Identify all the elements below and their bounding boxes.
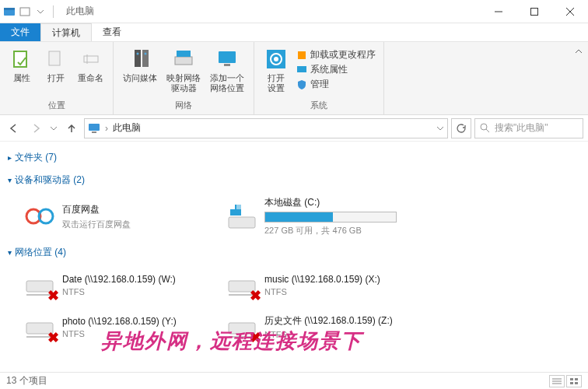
svg-rect-1: [4, 8, 15, 10]
svg-rect-11: [135, 50, 141, 67]
address-bar[interactable]: › 此电脑: [84, 118, 448, 138]
divider: [53, 5, 54, 18]
tile-name: 百度网盘: [62, 203, 131, 216]
system-list: 卸载或更改程序 系统属性 管理: [295, 45, 377, 98]
section-devices-body: 百度网盘 双击运行百度网盘 本地磁盘 (C:) 227 GB 可用，共 476 …: [8, 191, 580, 241]
svg-rect-17: [219, 51, 236, 63]
svg-rect-48: [575, 382, 578, 384]
rename-icon: [79, 47, 103, 72]
chevron-right-icon: ›: [105, 123, 108, 134]
tile-name: 历史文件 (\\192.168.0.159) (Z:): [264, 314, 393, 328]
svg-rect-8: [49, 51, 60, 65]
quick-access-icon[interactable]: [19, 5, 31, 18]
monitor-icon: [215, 47, 240, 72]
svg-point-21: [274, 57, 278, 61]
map-drive-icon: [171, 47, 196, 72]
ribbon-group-network: 访问媒体 映射网络 驱动器 添加一个 网络位置 网络: [114, 42, 254, 114]
section-network[interactable]: ▾ 网络位置 (4): [8, 241, 580, 264]
net-drive-icon: ✖: [23, 268, 56, 301]
ribbon: 属性 打开 重命名 位置 访问媒体 映射网络 驱动器: [0, 42, 588, 115]
svg-rect-45: [570, 378, 573, 380]
search-icon: [480, 123, 490, 133]
icons-view-button[interactable]: [566, 375, 582, 387]
breadcrumb-root[interactable]: 此电脑: [113, 121, 141, 135]
content-area: ▸ 文件夹 (7) ▾ 设备和驱动器 (2) 百度网盘 双击运行百度网盘 本地磁…: [0, 142, 588, 372]
group-label: 位置: [48, 98, 65, 111]
tile-sub: 双击运行百度网盘: [62, 219, 131, 230]
maximize-button[interactable]: [516, 0, 552, 23]
shield-icon: [296, 79, 307, 90]
status-bar: 13 个项目: [0, 372, 588, 389]
tab-view[interactable]: 查看: [92, 23, 132, 41]
net-drive-icon: ✖: [226, 268, 258, 301]
search-placeholder: 搜索"此电脑": [495, 121, 548, 135]
system-props-button[interactable]: 系统属性: [296, 63, 376, 76]
collapse-ribbon-button[interactable]: [574, 47, 583, 56]
tile-name: 本地磁盘 (C:): [264, 196, 397, 209]
access-media-button[interactable]: 访问媒体: [120, 45, 160, 98]
baidu-icon: [23, 200, 56, 233]
svg-rect-12: [142, 50, 149, 67]
dropdown-icon[interactable]: [34, 5, 47, 18]
svg-rect-9: [84, 56, 98, 62]
back-button[interactable]: [5, 119, 23, 138]
properties-button[interactable]: 属性: [6, 45, 37, 98]
cube-icon: [296, 50, 307, 61]
group-label: 网络: [175, 98, 192, 111]
network-drive-tile[interactable]: ✖ Date (\\192.168.0.159) (W:)NTFS: [20, 264, 207, 306]
ribbon-group-system: 打开 设置 卸载或更改程序 系统属性 管理 系统: [254, 42, 384, 114]
map-drive-button[interactable]: 映射网络 驱动器: [163, 45, 204, 98]
ribbon-tabs: 文件 计算机 查看: [0, 23, 588, 42]
tile-sub: NTFS: [62, 287, 176, 296]
app-icon: [3, 5, 16, 18]
forward-button[interactable]: [26, 119, 45, 138]
open-settings-button[interactable]: 打开 设置: [261, 45, 292, 98]
svg-rect-46: [575, 378, 578, 380]
tab-file[interactable]: 文件: [0, 23, 40, 41]
details-view-button[interactable]: [549, 375, 565, 387]
add-net-location-button[interactable]: 添加一个 网络位置: [207, 45, 247, 98]
close-button[interactable]: [552, 0, 588, 23]
chevron-down-icon: ▾: [8, 176, 12, 184]
svg-rect-2: [20, 8, 30, 16]
recent-dropdown[interactable]: [48, 119, 59, 138]
svg-point-26: [481, 124, 487, 130]
properties-icon: [9, 47, 34, 72]
uninstall-button[interactable]: 卸载或更改程序: [296, 48, 376, 61]
section-folders[interactable]: ▸ 文件夹 (7): [8, 146, 580, 169]
settings-icon: [264, 47, 289, 72]
tile-name: music (\\192.168.0.159) (X:): [264, 274, 380, 285]
open-button[interactable]: 打开: [40, 45, 72, 98]
address-dropdown[interactable]: [436, 124, 444, 132]
up-button[interactable]: [62, 119, 81, 138]
tile-sub: NTFS: [264, 287, 380, 296]
section-label: 文件夹 (7): [15, 151, 57, 164]
ribbon-group-location: 属性 打开 重命名 位置: [0, 42, 114, 114]
svg-point-13: [137, 53, 139, 55]
svg-rect-25: [92, 131, 96, 133]
chevron-down-icon: ▾: [8, 248, 12, 257]
title-bar-controls: [481, 0, 588, 23]
group-label: 系统: [310, 98, 327, 111]
section-devices[interactable]: ▾ 设备和驱动器 (2): [8, 169, 580, 191]
section-label: 设备和驱动器 (2): [15, 173, 85, 187]
capacity-bar: [264, 212, 397, 223]
refresh-button[interactable]: [451, 118, 471, 138]
manage-button[interactable]: 管理: [296, 78, 376, 91]
svg-rect-22: [298, 51, 306, 59]
disconnect-icon: ✖: [47, 329, 59, 346]
rename-button[interactable]: 重命名: [75, 45, 107, 98]
tab-computer[interactable]: 计算机: [40, 23, 92, 41]
device-tile[interactable]: 百度网盘 双击运行百度网盘: [20, 191, 207, 241]
network-drive-tile[interactable]: ✖ music (\\192.168.0.159) (X:)NTFS: [222, 264, 409, 306]
minimize-button[interactable]: [481, 0, 516, 23]
pc-icon: [88, 122, 100, 135]
monitor-small-icon: [296, 65, 307, 75]
device-tile[interactable]: 本地磁盘 (C:) 227 GB 可用，共 476 GB: [222, 191, 409, 241]
svg-rect-15: [175, 57, 192, 65]
chevron-right-icon: ▸: [8, 153, 12, 162]
tile-name: photo (\\192.168.0.159) (Y:): [62, 316, 177, 327]
tile-name: Date (\\192.168.0.159) (W:): [62, 274, 176, 285]
svg-rect-47: [570, 382, 573, 384]
search-box[interactable]: 搜索"此电脑": [474, 118, 583, 138]
